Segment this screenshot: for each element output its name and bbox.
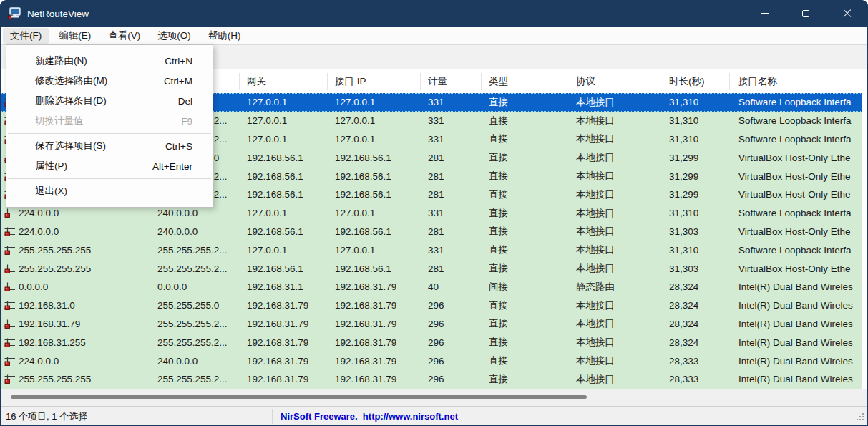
maximize-button[interactable] — [785, 0, 826, 27]
cell-text: 40 — [428, 281, 439, 292]
cell-text: 192.168.56.1 — [335, 189, 391, 200]
horizontal-scrollbar[interactable] — [0, 389, 868, 406]
column-header-type[interactable]: 类型 — [482, 73, 560, 90]
menubar-item-help[interactable]: 帮助(H) — [201, 28, 248, 44]
table-row[interactable]: 255.255.255.255255.255.255.2...192.168.3… — [0, 370, 862, 389]
table-row[interactable]: 255.255.255.255255.255.255.2...192.168.5… — [0, 259, 862, 278]
menu-item-modify-selected-route[interactable]: 修改选择路由(M)Ctrl+M — [6, 71, 213, 91]
cell-gateway: 192.168.31.79 — [240, 352, 328, 370]
cell-destination: 255.255.255.255 — [0, 259, 154, 278]
cell-netmask: 0.0.0.0 — [154, 278, 240, 296]
cell-duration: 28,324 — [660, 333, 730, 352]
cell-text: 255.255.255.2... — [157, 374, 228, 384]
cell-text: Software Loopback Interfa — [738, 245, 852, 256]
cell-text: 255.255.255.255 — [19, 245, 91, 256]
cell-type: 直接 — [482, 112, 560, 130]
cell-duration: 28,324 — [660, 296, 730, 315]
cell-metric: 296 — [421, 370, 482, 389]
cell-text: 直接 — [489, 243, 508, 256]
table-row[interactable]: 224.0.0.0240.0.0.0192.168.56.1192.168.56… — [0, 223, 862, 241]
minimize-button[interactable] — [743, 0, 785, 27]
cell-text: 间接 — [489, 281, 508, 294]
column-header-gateway[interactable]: 网关 — [240, 73, 328, 90]
cell-protocol: 本地接口 — [560, 315, 660, 334]
menu-item-properties[interactable]: 属性(P)Alt+Enter — [6, 156, 213, 176]
menu-item-exit[interactable]: 退出(X) — [6, 181, 213, 201]
cell-text: 静态路由 — [576, 281, 615, 294]
cell-text: Intel(R) Dual Band Wireles — [738, 337, 853, 348]
menu-item-new-route[interactable]: 新建路由(N)Ctrl+N — [6, 51, 213, 71]
menu-item-delete-selected-items[interactable]: 删除选择条目(D)Del — [6, 91, 213, 111]
column-header-interface-name[interactable]: 接口名称 — [730, 73, 862, 90]
cell-text: 127.0.0.1 — [335, 115, 375, 126]
cell-type: 直接 — [482, 148, 560, 167]
cell-text: 331 — [428, 134, 444, 145]
cell-metric: 281 — [421, 167, 482, 185]
menubar-item-edit[interactable]: 编辑(E) — [52, 28, 98, 44]
cell-gateway: 192.168.31.79 — [240, 315, 328, 334]
route-icon — [4, 263, 19, 274]
menubar-item-options[interactable]: 选项(O) — [150, 28, 198, 44]
horizontal-scrollbar-thumb[interactable] — [11, 395, 587, 399]
cell-metric: 331 — [421, 241, 482, 259]
table-row[interactable]: 192.168.31.79255.255.255.2...192.168.31.… — [0, 315, 862, 334]
cell-gateway: 127.0.0.1 — [240, 204, 328, 223]
cell-netmask: 255.255.255.2... — [154, 241, 240, 259]
cell-netmask: 240.0.0.0 — [154, 223, 240, 241]
cell-text: 192.168.56.1 — [247, 226, 303, 237]
cell-text: Software Loopback Interfa — [738, 208, 852, 218]
table-row[interactable]: 192.168.31.255255.255.255.2...192.168.31… — [0, 333, 862, 352]
menubar-item-file[interactable]: 文件(F) — [3, 28, 49, 44]
cell-interface-ip: 192.168.31.79 — [328, 352, 421, 370]
cell-text: 296 — [428, 337, 444, 348]
window-controls — [743, 0, 868, 27]
table-row[interactable]: 255.255.255.255255.255.255.2...127.0.0.1… — [0, 241, 862, 259]
cell-text: 224.0.0.0 — [19, 356, 59, 367]
cell-destination: 192.168.31.79 — [0, 315, 154, 334]
cell-text: 240.0.0.0 — [157, 226, 198, 237]
cell-interface-name: Software Loopback Interfa — [730, 204, 862, 223]
column-header-duration[interactable]: 时长(秒) — [660, 73, 730, 90]
menu-item-label: 保存选择项目(S) — [35, 140, 106, 153]
cell-text: 直接 — [489, 373, 508, 386]
column-header-metric[interactable]: 计量 — [421, 73, 482, 90]
table-row[interactable]: 192.168.31.0255.255.255.0192.168.31.7919… — [0, 296, 862, 315]
cell-metric: 296 — [421, 352, 482, 370]
cell-interface-name: VirtualBox Host-Only Ethe — [730, 223, 862, 241]
table-row[interactable]: 0.0.0.00.0.0.0192.168.31.1192.168.31.794… — [0, 278, 862, 296]
route-icon — [4, 355, 19, 367]
menu-item-label: 退出(X) — [35, 185, 67, 198]
cell-text: 31,303 — [669, 263, 698, 274]
cell-protocol: 本地接口 — [560, 130, 660, 149]
cell-text: 本地接口 — [576, 317, 615, 330]
cell-text: 331 — [428, 97, 444, 107]
minimize-icon — [761, 13, 769, 14]
cell-text: 224.0.0.0 — [19, 208, 59, 218]
close-button[interactable] — [826, 0, 868, 27]
cell-type: 直接 — [482, 167, 560, 185]
cell-text: 直接 — [489, 207, 508, 220]
cell-text: 31,303 — [669, 226, 698, 237]
menu-item-save-selected-items[interactable]: 保存选择项目(S)Ctrl+S — [6, 136, 213, 156]
cell-text: 直接 — [489, 170, 508, 183]
cell-duration: 31,310 — [660, 241, 730, 259]
cell-destination: 0.0.0.0 — [0, 278, 154, 296]
cell-type: 直接 — [482, 185, 560, 204]
cell-text: 31,299 — [669, 153, 698, 163]
route-icon — [4, 374, 19, 385]
nirsoft-link[interactable]: NirSoft Freeware. http://www.nirsoft.net — [281, 411, 458, 422]
cell-interface-ip: 192.168.56.1 — [328, 259, 421, 278]
menubar-item-view[interactable]: 查看(V) — [101, 28, 147, 44]
resize-grip-icon[interactable] — [855, 412, 864, 423]
cell-protocol: 本地接口 — [560, 370, 660, 389]
column-header-interface-ip[interactable]: 接口 IP — [328, 73, 421, 90]
route-icon — [4, 226, 19, 237]
route-icon — [4, 300, 19, 311]
table-row[interactable]: 224.0.0.0240.0.0.0192.168.31.79192.168.3… — [0, 352, 862, 370]
cell-text: 192.168.31.79 — [335, 300, 396, 311]
column-header-protocol[interactable]: 协议 — [560, 73, 660, 90]
cell-netmask: 255.255.255.0 — [154, 296, 240, 315]
cell-interface-ip: 192.168.56.1 — [328, 148, 421, 167]
cell-interface-ip: 127.0.0.1 — [328, 204, 421, 223]
cell-interface-name: VirtualBox Host-Only Ethe — [730, 167, 862, 185]
